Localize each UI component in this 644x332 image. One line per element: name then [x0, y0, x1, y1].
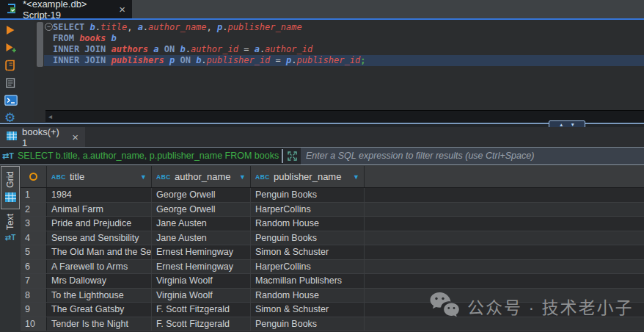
author-name-cell[interactable]: George Orwell: [152, 203, 251, 217]
tab-grid[interactable]: Grid: [1, 166, 20, 209]
table-row[interactable]: 4 Sense and Sensibility Jane Austen Peng…: [21, 231, 644, 246]
author-name-cell[interactable]: F. Scott Fitzgerald: [152, 317, 251, 331]
row-filler: [365, 274, 644, 288]
expand-down-icon[interactable]: ▼: [571, 122, 575, 127]
results-tab[interactable]: books(+) 1 ×: [0, 127, 85, 147]
publisher-name-cell[interactable]: Simon & Schuster: [251, 245, 365, 259]
author-name-cell[interactable]: Jane Austen: [152, 217, 251, 231]
filter-dropdown-icon[interactable]: ▼: [353, 173, 359, 181]
row-number-cell[interactable]: 4: [21, 231, 47, 245]
row-number-cell[interactable]: 2: [21, 203, 47, 217]
execute-in-new-tab-button[interactable]: [4, 41, 19, 54]
result-view-switcher: Grid Text ⇄T: [0, 166, 21, 332]
row-filler: [365, 245, 644, 259]
string-type-icon: ABC: [51, 173, 66, 181]
results-tab-bar: books(+) 1 ×: [0, 127, 644, 147]
author-name-cell[interactable]: F. Scott Fitzgerald: [152, 303, 251, 317]
filter-input[interactable]: Enter a SQL expression to filter results…: [301, 148, 644, 165]
table-row[interactable]: 1 1984 George Orwell Penguin Books: [21, 188, 644, 203]
author-name-cell[interactable]: George Orwell: [152, 188, 251, 202]
publisher-name-cell[interactable]: Random House: [251, 217, 365, 231]
table-row[interactable]: 7 Mrs Dalloway Virginia Woolf Macmillan …: [21, 274, 644, 289]
close-icon[interactable]: ×: [119, 4, 125, 15]
author-name-cell[interactable]: Virginia Woolf: [152, 289, 251, 303]
row-number-cell[interactable]: 9: [21, 303, 47, 317]
row-number-cell[interactable]: 5: [21, 245, 47, 259]
execute-script-button[interactable]: [4, 59, 19, 71]
custom-filter-icon: ⇄T: [0, 148, 16, 165]
row-number-cell[interactable]: 3: [21, 217, 47, 231]
title-cell[interactable]: 1984: [47, 188, 152, 202]
dbeaver-window: *<example.db> Script-19 ×: [0, 0, 644, 332]
author-name-cell[interactable]: Ernest Hemingway: [152, 245, 251, 259]
author-name-cell[interactable]: Jane Austen: [152, 231, 251, 245]
row-number-header[interactable]: [21, 166, 47, 187]
title-cell[interactable]: Pride and Prejudice: [47, 217, 152, 231]
author-name-cell[interactable]: Ernest Hemingway: [152, 260, 251, 274]
column-header-publisher-name[interactable]: ABC publisher_name ▼: [251, 166, 365, 187]
row-number-cell[interactable]: 10: [21, 317, 47, 331]
title-cell[interactable]: Animal Farm: [47, 203, 152, 217]
applied-filter-sql[interactable]: SELECT b.title, a.author_name, p.publish…: [16, 148, 282, 165]
filter-dropdown-icon[interactable]: ▼: [239, 173, 246, 181]
editor-tab-bar: *<example.db> Script-19 ×: [0, 0, 644, 20]
execute-statement-button[interactable]: [4, 24, 19, 36]
row-number-cell[interactable]: 6: [21, 260, 47, 274]
sql-line[interactable]: FROM books b: [53, 33, 365, 44]
table-row[interactable]: 5 The Old Man and the Sea Ernest Hemingw…: [21, 245, 644, 260]
collapse-up-icon[interactable]: ▲: [559, 122, 563, 127]
watermark-text: 公众号 · 技术老小子: [467, 294, 633, 319]
script-icon: [4, 59, 16, 71]
sql-line[interactable]: SELECT b.title, a.author_name, p.publish…: [53, 22, 365, 33]
expand-filter-panel-icon[interactable]: [283, 148, 301, 165]
column-header-title[interactable]: ABC title ▼: [47, 166, 152, 187]
editor-tab-title: *<example.db> Script-19: [23, 0, 114, 21]
editor-results-splitter[interactable]: ▲ ▼: [0, 122, 644, 127]
text-tab-label: Text: [5, 214, 15, 230]
publisher-name-cell[interactable]: HarperCollins: [251, 203, 365, 217]
sql-line[interactable]: INNER JOIN authors a ON b.author_id = a.…: [53, 44, 365, 55]
row-number-cell[interactable]: 7: [21, 274, 47, 288]
publisher-name-cell[interactable]: Macmillan Publishers: [251, 274, 365, 288]
tab-text[interactable]: Text ⇄T: [1, 209, 20, 245]
scroll-left-icon[interactable]: ◂: [48, 112, 52, 120]
terminal-icon: [4, 95, 18, 106]
sql-editor[interactable]: − SELECT b.title, a.author_name, p.publi…: [34, 20, 644, 110]
publisher-name-cell[interactable]: Random House: [251, 289, 365, 303]
grid-icon: [7, 131, 17, 142]
row-number-cell[interactable]: 1: [21, 188, 47, 202]
publisher-name-cell[interactable]: Simon & Schuster: [251, 303, 365, 317]
title-cell[interactable]: To the Lighthouse: [47, 289, 152, 303]
title-cell[interactable]: Tender Is the Night: [47, 317, 152, 331]
publisher-name-cell[interactable]: Penguin Books: [251, 188, 365, 202]
title-cell[interactable]: Sense and Sensibility: [47, 231, 152, 245]
sql-line[interactable]: INNER JOIN publishers p ON b.publisher_i…: [53, 55, 365, 66]
publisher-name-cell[interactable]: HarperCollins: [251, 260, 365, 274]
title-cell[interactable]: The Old Man and the Sea: [47, 245, 152, 259]
row-number-cell[interactable]: 8: [21, 289, 47, 303]
title-cell[interactable]: Mrs Dalloway: [47, 274, 152, 288]
fold-collapse-icon[interactable]: −: [45, 23, 53, 31]
table-row[interactable]: 6 A Farewell to Arms Ernest Hemingway Ha…: [21, 260, 644, 275]
sql-console-button[interactable]: [4, 94, 19, 107]
filter-bar: ⇄T SELECT b.title, a.author_name, p.publ…: [0, 147, 644, 165]
title-cell[interactable]: The Great Gatsby: [47, 303, 152, 317]
play-icon: [4, 24, 16, 36]
sql-editor-toolbar: ⚙: [0, 20, 34, 127]
sql-code[interactable]: SELECT b.title, a.author_name, p.publish…: [53, 22, 365, 66]
row-filler: [365, 231, 644, 245]
title-cell[interactable]: A Farewell to Arms: [47, 260, 152, 274]
header-filler: [365, 166, 644, 187]
publisher-name-cell[interactable]: Penguin Books: [251, 231, 365, 245]
close-icon[interactable]: ×: [72, 131, 78, 142]
column-header-author-name[interactable]: ABC author_name ▼: [152, 166, 251, 187]
filter-dropdown-icon[interactable]: ▼: [140, 173, 147, 181]
table-row[interactable]: 3 Pride and Prejudice Jane Austen Random…: [21, 217, 644, 231]
publisher-name-cell[interactable]: Penguin Books: [251, 317, 365, 331]
author-name-cell[interactable]: Virginia Woolf: [152, 274, 251, 288]
editor-tab[interactable]: *<example.db> Script-19 ×: [0, 0, 132, 18]
key-ring-icon: [29, 173, 37, 181]
string-type-icon: ABC: [255, 173, 270, 181]
explain-plan-button[interactable]: [4, 76, 19, 89]
table-row[interactable]: 2 Animal Farm George Orwell HarperCollin…: [21, 203, 644, 217]
